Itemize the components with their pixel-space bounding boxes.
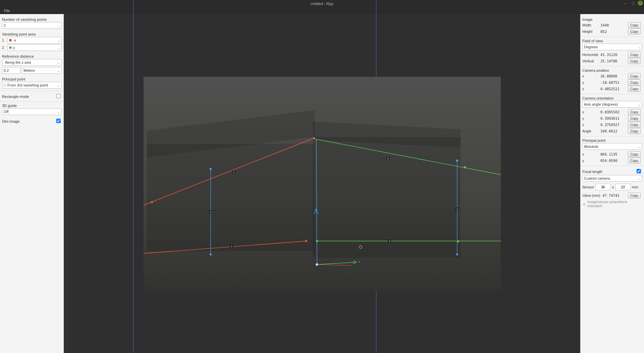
copy-button[interactable]: Copy — [628, 109, 641, 115]
vp3-guide-line — [133, 0, 133, 353]
label-sensor-x: x — [612, 185, 614, 189]
select-3d-guide[interactable]: Off — [2, 108, 62, 115]
checkbox-rectangle-mode[interactable] — [56, 94, 61, 98]
label-camera-position: Camera position — [582, 68, 642, 72]
copy-button[interactable]: Copy — [628, 115, 641, 121]
copy-button[interactable]: Copy — [628, 22, 641, 28]
select-orientation-mode[interactable]: Axis angle (degrees) — [582, 101, 642, 108]
select-ref-distance-unit[interactable]: Meters — [22, 67, 62, 74]
label-rectangle-mode: Rectangle mode — [2, 95, 29, 99]
label-fov: Field of view — [582, 39, 642, 43]
axis-color-icon — [9, 46, 12, 49]
select-axis-2[interactable]: y — [7, 44, 62, 51]
label-image: Image — [582, 17, 642, 21]
select-axis-1[interactable]: -x — [7, 37, 62, 44]
window-controls: — ▢ — [623, 1, 643, 5]
input-sensor-width[interactable] — [595, 184, 611, 190]
select-principal-point[interactable]: From 3rd vanishing point — [2, 82, 62, 89]
label-dim-image: Dim image — [2, 119, 20, 123]
copy-button[interactable]: Copy — [628, 79, 641, 85]
label-vp-axes: Vanishing point axes — [2, 32, 62, 36]
label-reference-distance: Reference distance — [2, 54, 62, 58]
input-sensor-height[interactable] — [615, 184, 631, 190]
image-canvas[interactable]: 1 1 2 2 3 3 — [144, 77, 501, 291]
circle-icon — [4, 84, 6, 86]
label-focal-length: Focal length — [582, 170, 602, 174]
copy-button[interactable]: Copy — [628, 192, 641, 198]
maximize-icon[interactable]: ▢ — [631, 1, 635, 5]
menubar: File — [0, 7, 644, 14]
input-ref-distance-value[interactable] — [2, 67, 20, 74]
titlebar: Untitled - fSpy — ▢ — [0, 0, 644, 7]
label-sensor-mm: mm — [632, 185, 638, 189]
label-principal-point-out: Principal point — [582, 138, 642, 142]
select-num-vanishing-points[interactable]: 2 — [2, 22, 62, 29]
copy-button[interactable]: Copy — [628, 58, 641, 64]
label-sensor: Sensor — [582, 185, 594, 189]
copy-button[interactable]: Copy — [628, 73, 641, 79]
close-icon[interactable] — [638, 1, 643, 5]
output-panel: Image Width1440Copy Height852Copy Field … — [580, 14, 644, 353]
copy-button[interactable]: Copy — [628, 151, 641, 157]
label-3d-guide: 3D guide — [2, 104, 62, 108]
viewport[interactable]: 1 1 2 2 3 3 — [64, 14, 580, 353]
window-title: Untitled - fSpy — [310, 2, 333, 6]
axis-1-number: 1 — [2, 38, 6, 42]
copy-button[interactable]: Copy — [628, 158, 641, 164]
settings-panel: Number of vanishing points 2 Vanishing p… — [0, 14, 64, 353]
copy-button[interactable]: Copy — [628, 128, 641, 134]
minimize-icon[interactable]: — — [623, 1, 628, 5]
checkbox-dim-image[interactable] — [56, 119, 61, 123]
warning-icon: ▲ — [582, 202, 586, 206]
select-fov-unit[interactable]: Degrees — [582, 44, 642, 50]
label-camera-orientation: Camera orientation — [582, 96, 642, 100]
select-ref-distance-axis[interactable]: Along the z axis — [2, 59, 62, 66]
copy-button[interactable]: Copy — [628, 52, 641, 58]
copy-button[interactable]: Copy — [628, 122, 641, 128]
warning-message: ▲ Image/sensor proportions mismatch — [582, 200, 642, 208]
axis-color-icon — [9, 39, 12, 42]
copy-button[interactable]: Copy — [628, 28, 641, 35]
checkbox-focal-length[interactable] — [637, 169, 641, 173]
label-principal-point: Principal point — [2, 77, 62, 81]
label-num-vanishing-points: Number of vanishing points — [2, 17, 62, 21]
copy-button[interactable]: Copy — [628, 86, 641, 92]
axis-2-number: 2 — [2, 46, 6, 50]
menu-file[interactable]: File — [2, 8, 12, 13]
select-ppoint-mode[interactable]: Absolute — [582, 143, 642, 150]
select-camera-preset[interactable]: Custom camera — [582, 175, 642, 182]
